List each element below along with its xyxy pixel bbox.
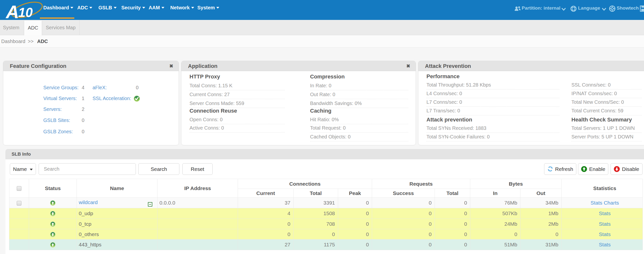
svg-text:10: 10 xyxy=(18,5,33,20)
svg-text:A: A xyxy=(6,2,19,20)
